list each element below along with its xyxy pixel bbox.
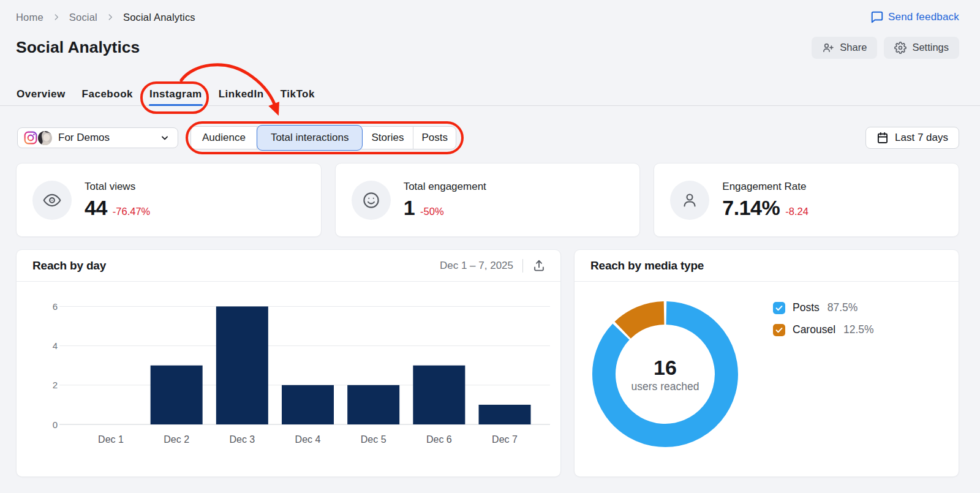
metric-body: Engagement Rate 7.14% -8.24	[722, 181, 809, 220]
eye-icon	[32, 181, 72, 220]
tab-facebook[interactable]: Facebook	[81, 88, 134, 105]
chart-date-range: Dec 1 – 7, 2025	[440, 260, 513, 272]
metrics-row: Total views 44 -76.47% Total engagement …	[16, 163, 959, 237]
svg-text:0: 0	[53, 420, 58, 430]
chevron-right-icon	[52, 13, 61, 21]
segmented-control: Audience Total interactions Stories Post…	[190, 126, 456, 149]
tab-overview[interactable]: Overview	[16, 88, 66, 105]
metric-title: Total views	[85, 181, 150, 193]
export-button[interactable]	[532, 259, 546, 273]
legend-value: 12.5%	[843, 323, 874, 336]
segment-posts[interactable]: Posts	[413, 127, 456, 149]
profile-avatar	[38, 131, 52, 145]
svg-text:Dec 2: Dec 2	[164, 434, 189, 445]
page-title: Social Analytics	[16, 38, 140, 57]
svg-text:Dec 3: Dec 3	[229, 434, 255, 445]
chevron-right-icon	[106, 13, 115, 21]
send-feedback-link[interactable]: Send feedback	[870, 10, 959, 24]
metric-card-total-engagement: Total engagement 1 -50%	[335, 163, 641, 237]
instagram-logo-icon	[23, 130, 38, 145]
share-button[interactable]: Share	[812, 37, 877, 59]
breadcrumb-social[interactable]: Social	[69, 12, 97, 23]
metric-value: 44	[85, 196, 107, 220]
divider	[522, 259, 523, 273]
breadcrumb: Home Social Social Analytics	[16, 12, 195, 23]
reach-by-media-type-header: Reach by media type	[575, 250, 959, 282]
smiley-icon	[352, 181, 391, 220]
reach-by-media-type-card: Reach by media type 16users reached Post…	[574, 249, 959, 477]
bar-chart: 0246Dec 1Dec 2Dec 3Dec 4Dec 5Dec 6Dec 7	[17, 282, 560, 476]
checkbox-carousel[interactable]	[773, 324, 785, 336]
tab-tiktok[interactable]: TikTok	[280, 88, 315, 105]
metric-change: -50%	[420, 206, 444, 217]
top-bar: Home Social Social Analytics Send feedba…	[16, 10, 959, 24]
svg-text:Dec 4: Dec 4	[295, 434, 321, 445]
share-button-label: Share	[840, 42, 867, 53]
date-range-button[interactable]: Last 7 days	[865, 127, 959, 149]
title-row: Social Analytics Share Settings	[16, 36, 959, 59]
speech-bubble-icon	[870, 10, 884, 24]
date-range-label: Last 7 days	[895, 132, 948, 144]
settings-button-label: Settings	[912, 42, 949, 53]
send-feedback-label: Send feedback	[888, 11, 959, 23]
legend-value: 87.5%	[827, 301, 858, 314]
svg-text:users reached: users reached	[631, 380, 699, 393]
export-icon	[532, 259, 546, 273]
profile-selector[interactable]: For Demos	[17, 127, 178, 148]
breadcrumb-current: Social Analytics	[123, 12, 195, 23]
metric-change: -8.24	[785, 206, 809, 217]
legend-label: Posts	[793, 301, 820, 314]
svg-text:Dec 1: Dec 1	[98, 434, 124, 445]
metric-card-total-views: Total views 44 -76.47%	[16, 163, 322, 237]
charts-row: Reach by day Dec 1 – 7, 2025 0246Dec 1De…	[16, 249, 959, 477]
donut-chart: 16users reached Posts 87.5% Carousel 12.…	[575, 282, 959, 476]
controls-row: For Demos Audience Total interactions St…	[16, 125, 959, 151]
platform-tabs: Overview Facebook Instagram LinkedIn Tik…	[0, 78, 980, 106]
calendar-icon	[876, 132, 889, 144]
svg-text:2: 2	[53, 380, 58, 390]
metric-body: Total views 44 -76.47%	[85, 181, 150, 220]
svg-text:16: 16	[654, 356, 677, 379]
checkbox-posts[interactable]	[773, 302, 785, 314]
metric-title: Total engagement	[404, 181, 486, 193]
metric-card-engagement-rate: Engagement Rate 7.14% -8.24	[654, 163, 959, 237]
reach-by-day-card: Reach by day Dec 1 – 7, 2025 0246Dec 1De…	[16, 249, 561, 477]
legend-item-posts: Posts 87.5%	[773, 301, 858, 314]
chart-title: Reach by media type	[590, 259, 704, 273]
segment-audience[interactable]: Audience	[191, 127, 257, 149]
metric-title: Engagement Rate	[722, 181, 809, 193]
breadcrumb-home[interactable]: Home	[16, 12, 43, 23]
chevron-down-icon	[160, 133, 170, 143]
profile-name: For Demos	[58, 132, 110, 144]
tab-linkedin[interactable]: LinkedIn	[218, 88, 265, 105]
social-analytics-page: Home Social Social Analytics Send feedba…	[0, 0, 980, 493]
chart-title: Reach by day	[32, 259, 106, 273]
svg-text:Dec 7: Dec 7	[492, 434, 518, 445]
segment-stories[interactable]: Stories	[362, 127, 413, 149]
legend-item-carousel: Carousel 12.5%	[773, 323, 874, 336]
person-icon	[670, 181, 709, 220]
settings-button[interactable]: Settings	[884, 37, 959, 59]
svg-text:Dec 6: Dec 6	[426, 434, 452, 445]
title-actions: Share Settings	[812, 37, 959, 59]
svg-text:4: 4	[53, 341, 58, 351]
metric-value: 1	[404, 196, 415, 220]
metric-value: 7.14%	[722, 196, 780, 220]
metric-change: -76.47%	[113, 206, 150, 217]
legend-label: Carousel	[793, 323, 835, 336]
user-plus-icon	[822, 42, 834, 54]
reach-by-day-header: Reach by day Dec 1 – 7, 2025	[17, 250, 560, 282]
svg-text:6: 6	[53, 301, 58, 312]
tab-instagram[interactable]: Instagram	[149, 88, 203, 105]
segment-total-interactions[interactable]: Total interactions	[257, 125, 363, 151]
svg-text:Dec 5: Dec 5	[361, 434, 386, 445]
metric-body: Total engagement 1 -50%	[404, 181, 486, 220]
gear-icon	[894, 42, 907, 54]
